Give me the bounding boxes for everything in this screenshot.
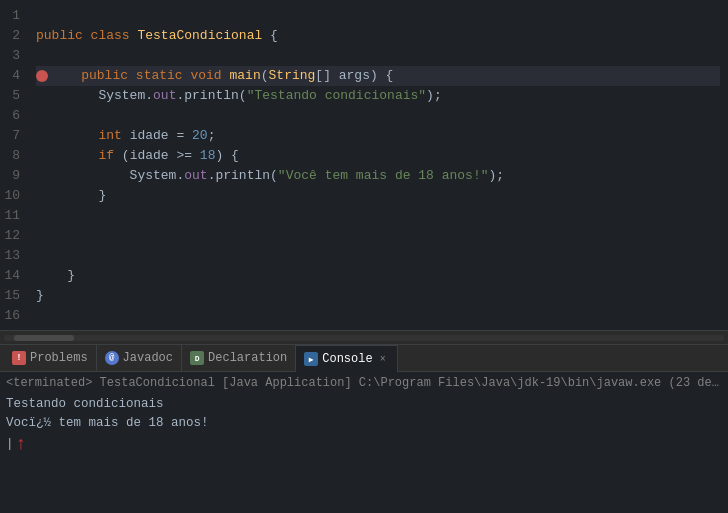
code-token: out — [184, 166, 207, 186]
line-number: 16 — [4, 306, 20, 326]
scrollbar-thumb[interactable] — [14, 335, 74, 341]
javadoc-icon: @ — [105, 351, 119, 365]
code-token: class — [91, 26, 138, 46]
code-token: } — [36, 286, 44, 306]
red-arrow-icon: ↑ — [16, 435, 27, 454]
editor-scrollbar[interactable] — [0, 330, 728, 344]
tab-close-button[interactable]: × — [377, 353, 389, 365]
code-content[interactable]: public class TestaCondicional { public s… — [28, 0, 728, 330]
line-number: 1 — [4, 6, 20, 26]
console-header: <terminated> TestaCondicional [Java Appl… — [6, 374, 722, 393]
code-token: 20 — [192, 126, 208, 146]
code-token: (idade >= — [114, 146, 200, 166]
code-line: int idade = 20; — [36, 126, 720, 146]
line-number: 5 — [4, 86, 20, 106]
code-token — [183, 66, 191, 86]
code-line — [36, 306, 720, 326]
line-number: 8 — [4, 146, 20, 166]
code-line: System.out.println("Você tem mais de 18 … — [36, 166, 720, 186]
editor-area: 12345678910111213141516 public class Tes… — [0, 0, 728, 330]
code-token: idade = — [122, 126, 192, 146]
code-line — [36, 246, 720, 266]
console-output: Testando condicionaisVocï¿½ tem mais de … — [6, 395, 722, 433]
code-line: } — [36, 286, 720, 306]
code-line — [36, 46, 720, 66]
line-number: 9 — [4, 166, 20, 186]
console-line: Vocï¿½ tem mais de 18 anos! — [6, 414, 722, 433]
code-token: .println( — [176, 86, 246, 106]
cursor-indicator: | — [6, 435, 14, 454]
code-token: } — [36, 186, 106, 206]
line-number: 13 — [4, 246, 20, 266]
code-token: [] args) { — [315, 66, 393, 86]
code-token — [50, 66, 81, 86]
declaration-icon: D — [190, 351, 204, 365]
code-line: public class TestaCondicional { — [36, 26, 720, 46]
code-line — [36, 6, 720, 26]
line-number: 6 — [4, 106, 20, 126]
tab-label: Javadoc — [123, 351, 173, 365]
code-line: public static void main(String[] args) { — [36, 66, 720, 86]
code-token: public — [36, 26, 91, 46]
line-number: 2 — [4, 26, 20, 46]
code-token: } — [36, 266, 75, 286]
code-token: void — [190, 66, 221, 86]
line-number: 15 — [4, 286, 20, 306]
code-line — [36, 206, 720, 226]
code-token: public — [81, 66, 128, 86]
code-token: main — [230, 66, 261, 86]
console-area[interactable]: <terminated> TestaCondicional [Java Appl… — [0, 372, 728, 513]
line-numbers: 12345678910111213141516 — [0, 0, 28, 330]
line-number: 10 — [4, 186, 20, 206]
code-token: { — [262, 26, 278, 46]
code-token: "Você tem mais de 18 anos!" — [278, 166, 489, 186]
code-line: if (idade >= 18) { — [36, 146, 720, 166]
code-token: ( — [261, 66, 269, 86]
console-icon: ▶ — [304, 352, 318, 366]
scrollbar-track[interactable] — [4, 335, 724, 341]
tab-label: Declaration — [208, 351, 287, 365]
tab-javadoc[interactable]: @Javadoc — [97, 344, 182, 372]
tab-problems[interactable]: !Problems — [4, 344, 97, 372]
code-token: System. — [36, 166, 184, 186]
code-token — [128, 66, 136, 86]
code-token: int — [98, 126, 121, 146]
code-line: } — [36, 186, 720, 206]
code-token: static — [136, 66, 183, 86]
code-token — [36, 146, 98, 166]
code-token: TestaCondicional — [137, 26, 262, 46]
line-number: 11 — [4, 206, 20, 226]
code-token: System. — [36, 86, 153, 106]
line-number: 4 — [4, 66, 20, 86]
code-token: ); — [426, 86, 442, 106]
line-number: 14 — [4, 266, 20, 286]
code-line — [36, 106, 720, 126]
line-number: 12 — [4, 226, 20, 246]
code-token: ) { — [215, 146, 238, 166]
code-token: if — [98, 146, 114, 166]
code-line: System.out.println("Testando condicionai… — [36, 86, 720, 106]
code-line: } — [36, 266, 720, 286]
code-token — [36, 126, 98, 146]
breakpoint-dot — [36, 70, 48, 82]
code-token: ); — [489, 166, 505, 186]
code-token: .println( — [208, 166, 278, 186]
code-token: 18 — [200, 146, 216, 166]
console-line: Testando condicionais — [6, 395, 722, 414]
code-token: out — [153, 86, 176, 106]
tab-bar: !Problems@JavadocDDeclaration▶Console× — [0, 344, 728, 372]
problems-icon: ! — [12, 351, 26, 365]
code-token — [222, 66, 230, 86]
code-token: ; — [208, 126, 216, 146]
code-token: String — [269, 66, 316, 86]
tab-label: Problems — [30, 351, 88, 365]
tab-declaration[interactable]: DDeclaration — [182, 344, 296, 372]
code-token: "Testando condicionais" — [247, 86, 426, 106]
line-number: 7 — [4, 126, 20, 146]
tab-console[interactable]: ▶Console× — [296, 345, 397, 373]
tab-label: Console — [322, 352, 372, 366]
bottom-panel: !Problems@JavadocDDeclaration▶Console× <… — [0, 344, 728, 513]
line-number: 3 — [4, 46, 20, 66]
code-line — [36, 226, 720, 246]
